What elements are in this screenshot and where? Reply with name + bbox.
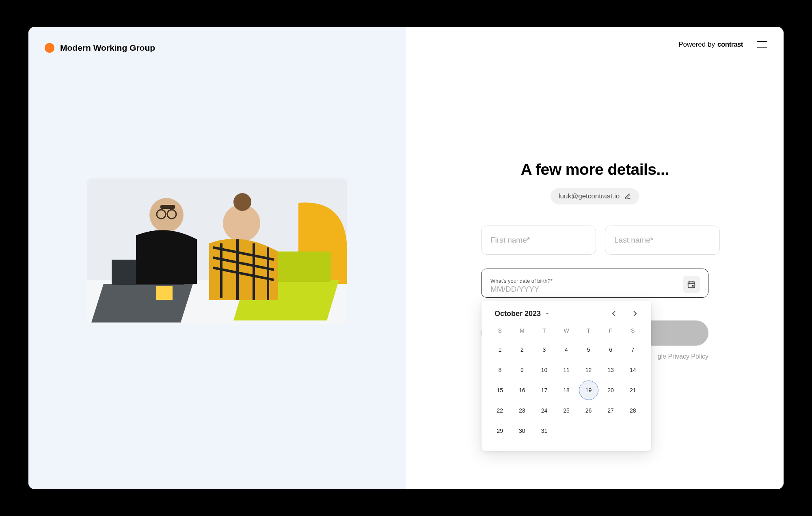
calendar-grid: SMTWTFS123456789101112131415161718192021… <box>489 323 644 441</box>
right-panel: Powered by contrast A few more details..… <box>406 27 784 489</box>
calendar-day[interactable]: 9 <box>512 360 532 380</box>
calendar-day[interactable]: 29 <box>490 421 510 441</box>
brand: Modern Working Group <box>45 43 390 53</box>
app-window: Modern Working Group <box>28 27 784 489</box>
left-panel: Modern Working Group <box>28 27 406 489</box>
calendar-day[interactable]: 26 <box>579 401 598 420</box>
calendar-dow: T <box>577 323 600 340</box>
menu-icon[interactable] <box>757 41 767 48</box>
powered-by-brand: contrast <box>717 41 743 49</box>
svg-point-4 <box>149 198 184 232</box>
date-of-birth-field[interactable]: What's your date of birth?* MM/DD/YYYY O… <box>481 269 708 298</box>
calendar-day[interactable]: 7 <box>623 340 643 359</box>
calendar-day[interactable]: 28 <box>623 401 643 420</box>
svg-point-9 <box>233 193 251 211</box>
calendar-day[interactable]: 5 <box>579 340 598 359</box>
calendar-day[interactable]: 18 <box>557 381 576 400</box>
hero-image <box>87 178 347 325</box>
calendar-day[interactable]: 10 <box>534 360 554 380</box>
calendar-day[interactable]: 23 <box>512 401 532 420</box>
calendar-day[interactable]: 1 <box>490 340 510 359</box>
brand-logo-icon <box>45 43 54 53</box>
calendar-day[interactable]: 21 <box>623 381 643 400</box>
last-name-input[interactable] <box>605 226 720 255</box>
name-row <box>481 226 708 255</box>
calendar-day[interactable]: 14 <box>623 360 643 380</box>
calendar-dow: M <box>511 323 533 340</box>
svg-rect-22 <box>692 285 694 287</box>
calendar-day[interactable]: 25 <box>557 401 576 420</box>
pencil-icon <box>624 193 631 200</box>
right-header: Powered by contrast <box>678 41 767 49</box>
chevron-right-icon <box>633 310 637 317</box>
calendar-day[interactable]: 6 <box>601 340 620 359</box>
calendar-dow: T <box>533 323 555 340</box>
dropdown-icon <box>545 311 550 316</box>
calendar-day[interactable]: 12 <box>579 360 598 380</box>
chevron-left-icon <box>612 310 616 317</box>
calendar-day[interactable]: 4 <box>557 340 576 359</box>
email-text: luuk@getcontrast.io <box>559 192 620 200</box>
calendar-day[interactable]: 31 <box>534 421 554 441</box>
calendar-day[interactable]: 27 <box>601 401 620 420</box>
calendar-day[interactable]: 8 <box>490 360 510 380</box>
calendar-day[interactable]: 24 <box>534 401 554 420</box>
dob-label: What's your date of birth?* <box>490 278 553 284</box>
calendar-dow: S <box>622 323 644 340</box>
svg-rect-17 <box>156 286 173 300</box>
calendar-day[interactable]: 30 <box>512 421 532 441</box>
calendar-dow: S <box>489 323 511 340</box>
calendar-dow: W <box>555 323 578 340</box>
registration-form: A few more details... luuk@getcontrast.i… <box>422 161 767 360</box>
calendar-day[interactable]: 20 <box>601 381 620 400</box>
calendar-next-button[interactable] <box>630 309 640 318</box>
svg-rect-5 <box>160 205 175 209</box>
calendar-popover: October 2023 SMTWTFS12345678910 <box>482 301 651 451</box>
brand-name: Modern Working Group <box>60 43 155 53</box>
calendar-day[interactable]: 3 <box>534 340 554 359</box>
calendar-month-label: October 2023 <box>495 310 541 318</box>
calendar-month-select[interactable]: October 2023 <box>495 310 550 318</box>
svg-rect-18 <box>688 282 695 288</box>
powered-by[interactable]: Powered by contrast <box>678 41 743 49</box>
calendar-day[interactable]: 2 <box>512 340 532 359</box>
calendar-prev-button[interactable] <box>609 309 619 318</box>
calendar-day[interactable]: 19 <box>579 381 598 400</box>
email-chip[interactable]: luuk@getcontrast.io <box>551 188 639 204</box>
calendar-day[interactable]: 16 <box>512 381 532 400</box>
calendar-day[interactable]: 15 <box>490 381 510 400</box>
calendar-day[interactable]: 17 <box>534 381 554 400</box>
dob-placeholder: MM/DD/YYYY <box>490 285 553 294</box>
first-name-input[interactable] <box>481 226 596 255</box>
calendar-day[interactable]: 22 <box>490 401 510 420</box>
calendar-icon[interactable] <box>683 276 700 293</box>
calendar-dow: F <box>600 323 622 340</box>
powered-by-label: Powered by <box>678 41 715 49</box>
form-title: A few more details... <box>520 161 669 178</box>
calendar-day[interactable]: 13 <box>601 360 620 380</box>
hero-image-wrap <box>45 178 390 325</box>
calendar-day[interactable]: 11 <box>557 360 576 380</box>
